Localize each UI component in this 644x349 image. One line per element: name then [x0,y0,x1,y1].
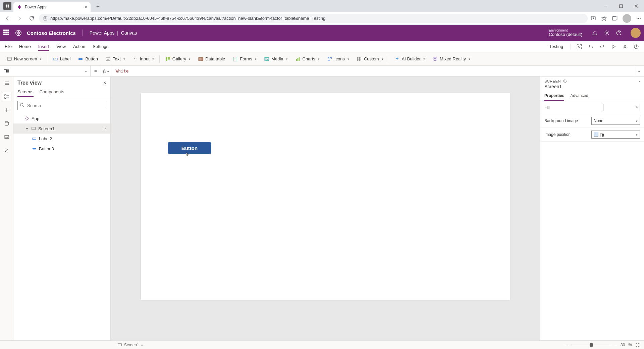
property-selector[interactable]: Fill [0,66,91,76]
user-avatar[interactable] [631,28,641,38]
formula-expand-button[interactable] [634,66,644,76]
menu-view[interactable]: View [56,42,66,51]
zoom-value: 80 [621,343,625,347]
app-launcher-icon[interactable] [3,30,10,36]
back-button[interactable] [3,14,12,23]
text-icon: ab [105,56,111,62]
insert-media-button[interactable]: Media▾ [261,55,290,63]
svg-point-23 [579,46,580,47]
svg-rect-27 [7,57,11,60]
insert-gallery-button[interactable]: Gallery▾ [162,55,193,63]
canvas-area[interactable]: Button [111,77,540,340]
props-tab-advanced[interactable]: Advanced [570,91,588,101]
tree-item-label2[interactable]: Label2 [13,134,110,144]
forward-button[interactable] [15,14,24,23]
favorite-icon[interactable] [601,15,607,21]
info-icon[interactable]: ? [563,79,567,83]
screen-canvas[interactable]: Button [141,93,510,300]
tree-item-button3[interactable]: Button3 [13,144,110,154]
zoom-slider[interactable] [571,345,611,345]
close-window-button[interactable] [629,0,644,12]
insert-datatable-button[interactable]: Data table [195,55,228,63]
expand-panel-icon[interactable]: › [639,79,640,83]
close-panel-icon[interactable]: × [103,80,106,86]
menu-divider [571,44,571,50]
help-icon[interactable] [616,30,622,36]
tab-close-icon[interactable]: × [85,4,87,10]
tree-item-screen1[interactable]: ▾ Screen1 ⋯ [13,123,110,134]
minimize-button[interactable] [598,0,613,12]
media-rail-icon[interactable] [2,132,11,142]
insert-input-button[interactable]: Input▾ [130,55,157,63]
collections-icon[interactable] [612,15,618,21]
browser-menu-icon[interactable] [636,16,641,21]
share-icon[interactable] [622,44,628,50]
menu-file[interactable]: File [5,42,12,51]
more-icon[interactable]: ⋯ [103,126,108,131]
zoom-out-button[interactable]: − [566,343,568,347]
new-tab-button[interactable]: + [93,2,103,11]
insert-label-button[interactable]: A Label [50,55,73,63]
insert-text-button[interactable]: ab Text▾ [103,55,128,63]
menu-settings[interactable]: Settings [93,42,108,51]
fx-button[interactable]: fx [101,66,111,76]
chevron-down-icon[interactable] [141,343,143,347]
fit-screen-icon[interactable] [635,343,640,347]
browser-tab[interactable]: Power Apps × [13,2,91,12]
tab-screens[interactable]: Screens [17,87,34,97]
fill-color-picker[interactable]: ✎ [603,104,640,111]
control-name[interactable]: Screen1 [540,84,644,91]
svg-rect-3 [8,6,9,8]
menubar-help-icon[interactable] [633,44,639,50]
tree-item-app[interactable]: App [13,113,110,123]
tab-group-icon[interactable] [3,2,11,10]
formula-input[interactable]: White [111,68,634,73]
prop-fill-row: Fill ✎ [540,101,644,114]
insert-aibuilder-button[interactable]: AI Builder▾ [392,55,428,63]
tree-view-rail-icon[interactable] [2,92,11,101]
menu-action[interactable]: Action [73,42,85,51]
svg-rect-38 [168,59,170,60]
app-name-label[interactable]: Testing [549,44,563,49]
address-bar[interactable]: https://make.powerapps.com/e/Default-22d… [39,14,588,23]
formula-bar: Fill = fx White [0,66,644,77]
button-icon [78,56,83,62]
zoom-in-button[interactable]: + [615,343,617,347]
insert-forms-button[interactable]: Forms▾ [230,55,259,63]
svg-rect-51 [297,58,298,61]
profile-avatar[interactable] [623,14,631,23]
tools-rail-icon[interactable] [2,146,11,155]
svg-rect-72 [32,127,36,130]
hamburger-icon[interactable] [2,79,11,88]
tab-components[interactable]: Components [40,87,64,97]
maximize-button[interactable] [613,0,629,12]
insert-custom-button[interactable]: Custom▾ [354,55,386,63]
props-tab-properties[interactable]: Properties [544,91,564,101]
collapse-icon[interactable]: ▾ [25,127,29,131]
status-screen-name[interactable]: Screen1 [124,343,139,347]
app-checker-icon[interactable] [576,44,582,50]
menu-insert[interactable]: Insert [38,42,49,51]
redo-icon[interactable] [599,44,605,50]
notifications-icon[interactable] [592,30,598,36]
reload-button[interactable] [27,14,36,23]
canvas-button-control[interactable]: Button [168,142,211,154]
insert-mixedreality-button[interactable]: Mixed Reality▾ [430,55,473,63]
settings-gear-icon[interactable] [604,30,610,36]
tree-search-input[interactable] [17,101,106,110]
environment-name: Contoso (default) [549,32,582,37]
imgpos-select[interactable]: Fit [591,131,640,139]
insert-button-button[interactable]: Button [75,55,101,63]
insert-charts-button[interactable]: Charts▾ [292,55,322,63]
new-screen-button[interactable]: New screen▾ [4,55,44,63]
insert-icons-button[interactable]: Icons▾ [324,55,352,63]
prop-imgpos-row: Image position Fit [540,128,644,142]
install-app-icon[interactable] [590,15,596,21]
data-rail-icon[interactable] [2,119,11,128]
preview-play-icon[interactable] [610,44,616,50]
bgimage-select[interactable]: None [591,117,640,125]
insert-rail-icon[interactable] [2,105,11,115]
environment-picker[interactable]: Environment Contoso (default) [549,29,582,37]
undo-icon[interactable] [588,44,594,50]
menu-home[interactable]: Home [19,42,31,51]
